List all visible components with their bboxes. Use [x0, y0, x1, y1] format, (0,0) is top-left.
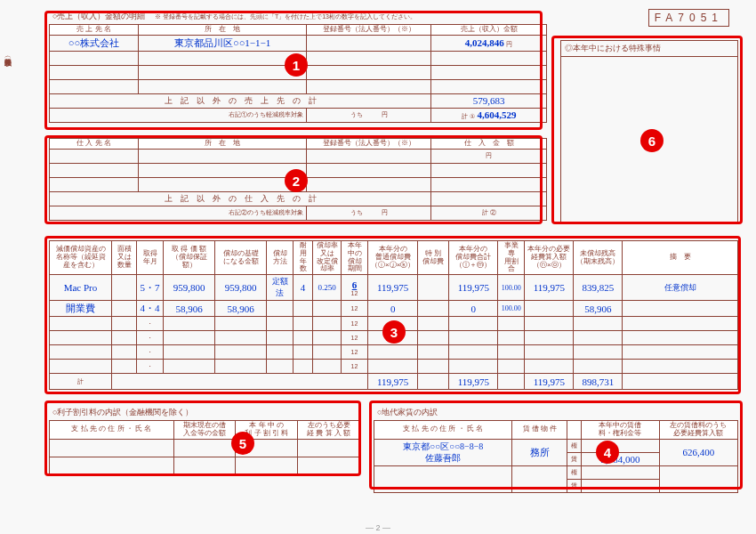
other-label: 上 記 以 外 の 売 上 先 の 計: [50, 93, 431, 108]
h2-amt: 仕 入 金 額: [431, 139, 547, 150]
d-r2-ratio[interactable]: 100.00: [498, 301, 525, 317]
d-r2-dep[interactable]: 0: [368, 301, 418, 317]
d-r2-acq[interactable]: 58,906: [164, 301, 215, 317]
h3-6: 償却方法: [267, 241, 294, 275]
d-sum-dep: 119,975: [368, 374, 418, 390]
h3-9: 本年中の償却期間: [342, 241, 368, 275]
h3-3: 取得年月: [137, 241, 164, 275]
d-r1-name[interactable]: Mac Pro: [50, 275, 112, 301]
h3-1: 減価償却資産の名称等（繰延資産を含む）: [50, 241, 112, 275]
d-r1-note[interactable]: 任意償却: [623, 275, 738, 301]
page-number: — 2 —: [366, 523, 390, 532]
h2-reg: 登録番号（法人番号）（※）: [307, 139, 431, 150]
h3-8: 償却率又は改定償却率: [313, 241, 342, 275]
h-addr: 所 在 地: [138, 25, 307, 36]
h2-addr: 所 在 地: [138, 139, 307, 150]
sales-table: 売 上 先 名 所 在 地 登録番号（法人番号）（※） 売上（収入）金額 ○○株…: [49, 24, 547, 123]
d-r1-exp[interactable]: 119,975: [525, 275, 574, 301]
sec1-title: ○売上（収入）金額の明細 ※ 登録番号を記載する場合には、先頭に「T」を付けた上…: [49, 9, 547, 24]
d-r1-acq[interactable]: 959,800: [164, 275, 215, 301]
d-r1-date[interactable]: 5・7: [137, 275, 164, 301]
h4-2: 賃 借 物 件: [512, 421, 567, 440]
h4-1: 支 払 先 の 住 所 ・ 氏 名: [374, 421, 512, 440]
h5-4: 左のうち必要経 費 算 入 額: [298, 421, 360, 440]
d-r2-bal[interactable]: 58,906: [574, 301, 623, 317]
d-sum-bal: 898,731: [574, 374, 623, 390]
d-r2-date[interactable]: 4・4: [137, 301, 164, 317]
h3-5: 償却の基礎になる金額: [215, 241, 267, 275]
h3-11: 特 別償却費: [418, 241, 449, 275]
h3-16: 摘 要: [623, 241, 738, 275]
d-r1-ratio[interactable]: 100.00: [498, 275, 525, 301]
d-r1-months[interactable]: 612: [342, 275, 368, 301]
r4-obj[interactable]: 務所: [512, 439, 567, 465]
other2-label: 上 記 以 外 の 仕 入 先 の 計: [50, 191, 431, 206]
d-r1-method[interactable]: 定額法: [267, 275, 294, 301]
h3-2: 面積又は数量: [112, 241, 137, 275]
r1-name[interactable]: ○○株式会社: [50, 35, 139, 51]
reduced2-label: 右記②のうち軽減税率対象: [50, 206, 307, 220]
r4-addrname[interactable]: 東京都○○区○○8−8−8佐藤吾郎: [374, 439, 512, 465]
h5-1: 支 払 先 の 住 所 ・ 氏 名: [50, 421, 174, 440]
d-r2-base[interactable]: 58,906: [215, 301, 267, 317]
h4-4: 左の賃借料のうち必要経費算入額: [659, 421, 737, 440]
h5-2: 期末現在の借入金等の金額: [173, 421, 236, 440]
d-r1-dep[interactable]: 119,975: [368, 275, 418, 301]
d-r1-total[interactable]: 119,975: [449, 275, 498, 301]
other-amt[interactable]: 579,683: [431, 93, 547, 108]
d-sum-label: 計: [50, 374, 112, 390]
d-sum-total: 119,975: [449, 374, 498, 390]
unit: 円: [506, 41, 512, 47]
sec1-note: ※ 登録番号を記載する場合には、先頭に「T」を付けた上で13桁の数字を記入してく…: [155, 13, 416, 20]
sec5-title: ○利子割引料の内訳（金融機関を除く）: [49, 405, 360, 420]
rent-table: 支 払 先 の 住 所 ・ 氏 名 賃 借 物 件 本年中の賃借料・権利金等 左…: [374, 420, 738, 493]
form-sheet: ○売上（収入）金額の明細 ※ 登録番号を記載する場合には、先頭に「T」を付けた上…: [13, 9, 743, 516]
d-r1-bal[interactable]: 839,825: [574, 275, 623, 301]
h5-3: 本 年 中 の利 子 割 引 料: [236, 421, 298, 440]
h3-4: 取 得 価 額（償却保証額）: [164, 241, 215, 275]
d-r1-base[interactable]: 959,800: [215, 275, 267, 301]
d-r2-name[interactable]: 開業費: [50, 301, 112, 317]
r1-addr[interactable]: 東京都品川区○○1−1−1: [138, 35, 307, 51]
h-reg: 登録番号（法人番号）（※）: [307, 25, 431, 36]
depreciation-table: 減価償却資産の名称等（繰延資産を含む） 面積又は数量 取得年月 取 得 価 額（…: [49, 240, 738, 390]
r1-reg[interactable]: [307, 35, 431, 51]
h3-14: 本年分の必要経費算入額（ⓝ×ⓞ）: [525, 241, 574, 275]
d-r1-life[interactable]: 4: [294, 275, 313, 301]
h2-name: 仕 入 先 名: [50, 139, 139, 150]
h3-13: 事業専用割合: [498, 241, 525, 275]
d-r2-total[interactable]: 0: [449, 301, 498, 317]
sec6-title: ◎本年中における特殊事情: [561, 41, 737, 57]
h3-7: 耐用年数: [294, 241, 313, 275]
h3-10: 本年分の普通償却費（ⓘ×ⓙ×ⓚ）: [368, 241, 418, 275]
h4-3: 本年中の賃借料・権利金等: [581, 421, 659, 440]
purchase-table: 仕 入 先 名 所 在 地 登録番号（法人番号）（※） 仕 入 金 額 円 上 …: [49, 138, 547, 221]
sec1-title-text: ○売上（収入）金額の明細: [52, 12, 145, 20]
r1-amt[interactable]: 4,024,846: [465, 37, 504, 48]
h-name: 売 上 先 名: [50, 25, 139, 36]
total-amt[interactable]: 4,604,529: [478, 109, 517, 120]
d-r1-rate[interactable]: 0.250: [313, 275, 342, 301]
r4-exp[interactable]: 626,400: [659, 439, 737, 465]
h3-15: 未償却残高（期末残高）: [574, 241, 623, 275]
interest-table: 支 払 先 の 住 所 ・ 氏 名 期末現在の借入金等の金額 本 年 中 の利 …: [49, 420, 360, 475]
d-sum-exp: 119,975: [525, 374, 574, 390]
h-amt: 売上（収入）金額: [431, 25, 547, 36]
sec6-body[interactable]: [561, 57, 737, 222]
r4-rent[interactable]: 2,784,000: [581, 452, 659, 465]
sec4-title: ○地代家賃の内訳: [374, 405, 738, 420]
h3-12: 本年分の償却費合計（ⓛ＋ⓜ）: [449, 241, 498, 275]
reduced-label: 右記①のうち軽減税率対象: [50, 108, 307, 122]
